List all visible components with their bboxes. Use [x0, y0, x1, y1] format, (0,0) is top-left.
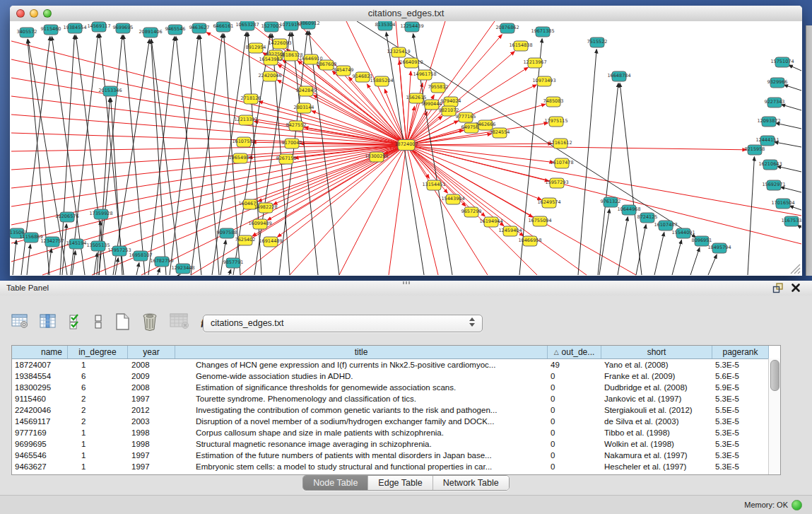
table-row[interactable]: 1938455462009Genome-wide association stu… [12, 370, 780, 382]
graph-node[interactable]: 10466958 [518, 236, 541, 246]
graph-node[interactable]: 16099489 [248, 219, 271, 229]
graph-node[interactable]: 8912954 [246, 43, 266, 53]
scrollbar-thumb[interactable] [770, 360, 779, 391]
table-row[interactable]: 977716911998Corpus callosum shape and si… [12, 427, 780, 438]
close-panel-icon[interactable] [791, 283, 801, 293]
graph-node[interactable]: 17016504 [771, 199, 794, 209]
graph-node[interactable]: 8454749 [334, 66, 354, 76]
graph-node[interactable]: 2718126 [241, 94, 261, 104]
graph-node[interactable]: 8215958 [745, 145, 765, 155]
delete-column-button[interactable] [141, 313, 158, 332]
graph-node[interactable]: 7485083 [543, 97, 564, 107]
graph-node[interactable]: 9115460 [41, 25, 61, 35]
graph-node[interactable]: 12213967 [523, 58, 546, 68]
select-all-button[interactable] [69, 313, 83, 332]
graph-node[interactable]: 9699695 [113, 23, 134, 33]
memory-status-led[interactable] [792, 500, 802, 510]
graph-node[interactable]: 20206576 [55, 212, 78, 222]
graph-node[interactable]: 3405572 [17, 28, 37, 37]
graph-node[interactable]: 7625402 [235, 235, 256, 245]
graph-node[interactable]: 17957253 [107, 246, 131, 256]
graph-node[interactable]: 15443904 [441, 194, 464, 204]
graph-node[interactable]: 17975115 [544, 117, 567, 127]
graph-node[interactable]: 2803144 [294, 103, 314, 113]
graph-node[interactable]: 12444151 [755, 136, 779, 146]
graph-node[interactable]: 16640910 [399, 58, 423, 68]
graph-node[interactable]: 14569117 [87, 22, 110, 32]
network-window-titlebar[interactable]: citations_edges.txt [10, 6, 802, 22]
delete-table-button[interactable] [170, 313, 189, 332]
graph-node[interactable]: 16958107 [129, 251, 152, 261]
graph-node[interactable]: 15544091 [671, 228, 695, 238]
graph-node[interactable]: 16249574 [537, 198, 560, 208]
graph-node[interactable]: 16782759 [150, 257, 173, 267]
graph-node[interactable]: 9857791 [223, 258, 244, 268]
graph-node[interactable]: 15957293 [545, 178, 568, 188]
graph-node[interactable]: 6466161 [213, 22, 234, 32]
graph-node[interactable]: 12325419 [387, 47, 410, 57]
table-row[interactable]: 1872400712008Changes of HCN gene express… [12, 359, 780, 370]
vertical-scrollbar[interactable] [768, 358, 780, 474]
column-header-in_degree[interactable]: in_degree [68, 346, 128, 358]
column-header-short[interactable]: short [601, 346, 712, 358]
graph-node[interactable]: 12459404 [498, 226, 522, 236]
graph-node[interactable]: 7515522 [587, 37, 608, 47]
column-header-pagerank[interactable]: pagerank [712, 346, 769, 358]
graph-node[interactable]: 14961758 [413, 70, 436, 80]
graph-node[interactable]: 16210643 [758, 160, 782, 170]
column-header-name[interactable]: name [12, 346, 68, 358]
graph-node[interactable]: 16648784 [607, 71, 630, 81]
graph-node[interactable]: 22420046 [258, 71, 281, 81]
network-view-window[interactable]: citations_edges.txt 34055729115460193845… [10, 6, 802, 276]
graph-node[interactable]: 7955812 [428, 83, 449, 93]
graph-node[interactable]: 20891406 [139, 28, 162, 37]
network-canvas[interactable]: 3405572911546019384554145691179699695208… [10, 21, 802, 276]
graph-node[interactable]: 9777165 [456, 112, 476, 122]
graph-node[interactable]: 18495794 [707, 243, 731, 253]
graph-node[interactable]: 9465546 [165, 25, 186, 35]
graph-node[interactable]: 12342757 [40, 237, 64, 247]
graph-node[interactable]: 9329966 [767, 78, 788, 88]
graph-node[interactable]: 18724007 [394, 140, 418, 151]
table-settings-button[interactable] [11, 313, 29, 332]
tab-node-table[interactable]: Node Table [303, 476, 368, 490]
table-row[interactable]: 946362711997Embryonic stem cells: a mode… [12, 461, 780, 472]
panel-drag-handle[interactable] [403, 281, 411, 284]
graph-node[interactable]: 9170042 [282, 139, 302, 148]
graph-node[interactable]: 19860912 [296, 21, 319, 29]
table-row[interactable]: 1456911722003Disruption of a novel membe… [12, 416, 780, 427]
table-selector-dropdown[interactable]: citations_edges.txt [203, 315, 483, 332]
graph-node[interactable]: 20876862 [495, 23, 519, 33]
graph-node[interactable]: 20153346 [98, 86, 122, 96]
graph-node[interactable]: 9463627 [189, 23, 210, 33]
graph-node[interactable]: 16107478 [550, 158, 573, 168]
graph-node[interactable]: 11156869 [19, 233, 42, 243]
tab-network-table[interactable]: Network Table [433, 476, 509, 490]
graph-node[interactable]: 16107553 [232, 137, 255, 147]
table-row[interactable]: 911546021997Tourette syndrome. Phenomeno… [12, 393, 780, 404]
graph-node[interactable]: 9794024 [441, 97, 461, 107]
graph-node[interactable]: 7462666 [476, 120, 496, 130]
graph-node[interactable]: 1527002 [261, 22, 282, 32]
graph-node[interactable]: 12254439 [400, 22, 423, 32]
show-columns-button[interactable] [40, 313, 57, 332]
table-row[interactable]: 969969511998Structural magnetic resonanc… [12, 438, 780, 450]
graph-node[interactable]: 19384554 [63, 23, 86, 33]
graph-node[interactable]: 9761322 [601, 197, 621, 207]
graph-node[interactable]: 10653287 [235, 21, 259, 30]
graph-node[interactable]: 16755094 [528, 216, 551, 226]
graph-node[interactable]: 1167533 [782, 216, 802, 226]
graph-node[interactable]: 10644968 [617, 205, 640, 215]
column-header-title[interactable]: title [175, 346, 548, 358]
graph-node[interactable]: 8427552 [286, 121, 307, 131]
graph-node[interactable]: 12213392 [234, 115, 257, 125]
graph-node[interactable]: 15692971 [762, 180, 785, 190]
graph-node[interactable]: 12093872 [757, 117, 780, 127]
graph-node[interactable]: 1145194 [66, 239, 87, 249]
graph-node[interactable]: 16154838 [509, 41, 532, 51]
graph-node[interactable]: 16914489 [259, 237, 282, 247]
column-header-year[interactable]: year [128, 346, 175, 358]
graph-node[interactable]: 9242845 [296, 86, 317, 96]
graph-node[interactable]: 9227343 [765, 98, 785, 107]
table-row[interactable]: 1830029562008Estimation of significance … [12, 382, 780, 393]
